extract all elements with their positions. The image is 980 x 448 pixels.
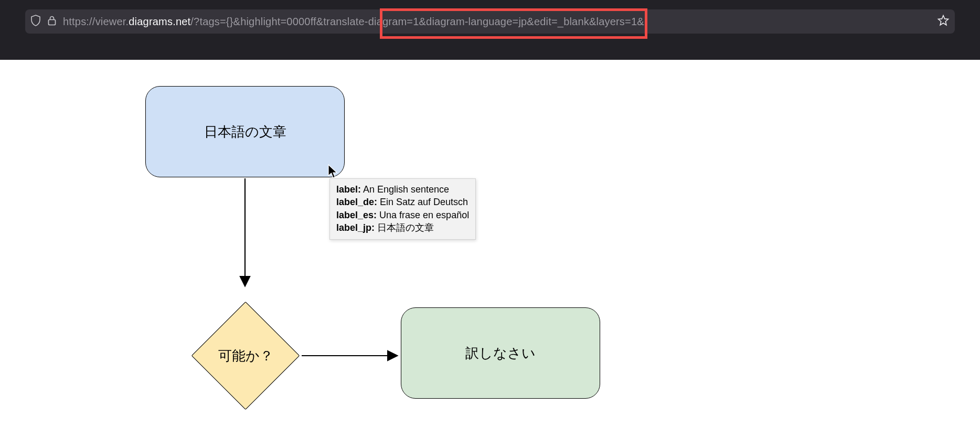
diagram-node-decision[interactable]: 可能か？ [190,301,301,411]
diagram-node-start[interactable]: 日本語の文章 [145,86,345,177]
tooltip-row: label_jp: 日本語の文章 [336,221,469,234]
shield-icon [30,15,41,29]
tooltip-row: label: An English sentence [336,183,469,196]
bookmark-star-icon[interactable] [937,14,950,29]
browser-chrome: https://viewer.diagrams.net/?tags={}&hig… [0,0,980,60]
url-text: https://viewer.diagrams.net/?tags={}&hig… [63,16,931,28]
lock-icon [47,15,57,28]
node-label: 訳しなさい [465,344,536,362]
node-label: 日本語の文章 [204,123,286,141]
node-tooltip: label: An English sentence label_de: Ein… [329,178,476,240]
url-bar[interactable]: https://viewer.diagrams.net/?tags={}&hig… [25,9,955,34]
mouse-cursor-icon [328,164,338,181]
diagram-node-translate[interactable]: 訳しなさい [401,307,600,399]
svg-rect-0 [49,19,56,25]
node-label: 可能か？ [218,347,273,365]
diagram-canvas[interactable]: 日本語の文章 可能か？ 訳しなさい label: An En [0,60,980,448]
tooltip-row: label_de: Ein Satz auf Deutsch [336,196,469,208]
tooltip-row: label_es: Una frase en español [336,209,469,221]
